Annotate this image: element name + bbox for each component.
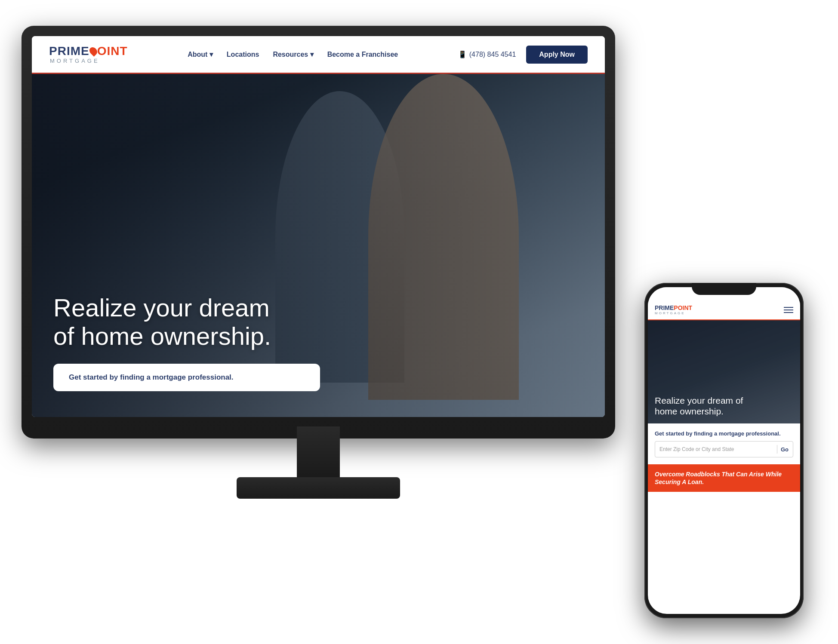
phone-logo-prime: PRIME	[655, 304, 674, 311]
hamburger-line-1	[784, 307, 793, 308]
logo-prime-text: PRIME	[49, 45, 89, 57]
phone-number: 📱 (478) 845 4541	[458, 50, 516, 58]
website-header: PRIME OINT MORTGAGE About ▾ Locations Re…	[32, 36, 605, 74]
phone-logo-top: PRIMEPOINT	[655, 304, 692, 311]
monitor-base	[237, 477, 400, 499]
nav-franchisee[interactable]: Become a Franchisee	[327, 51, 398, 58]
phone-logo-point: POINT	[674, 304, 692, 311]
phone-device: PRIMEPOINT MORTGAGE Realize your dream o…	[644, 283, 804, 618]
search-label: Get started by finding a mortgage profes…	[69, 373, 305, 382]
phone-logo-mortgage: MORTGAGE	[655, 311, 692, 315]
hamburger-line-3	[784, 312, 793, 313]
monitor-neck	[297, 426, 340, 478]
phone-notch	[692, 283, 756, 295]
nav-locations[interactable]: Locations	[227, 51, 259, 58]
phone-promo-banner: Overcome Roadblocks That Can Arise While…	[648, 464, 800, 492]
nav-resources[interactable]: Resources ▾	[273, 50, 313, 58]
phone-hero-line1: Realize your dream of	[655, 396, 743, 405]
hero-content: Realize your dream of home ownership. Ge…	[32, 294, 605, 400]
search-box: Get started by finding a mortgage profes…	[53, 364, 320, 391]
phone-icon: 📱	[458, 50, 467, 58]
hero-title-line1: Realize your dream	[53, 294, 270, 322]
phone-input-divider	[777, 445, 777, 454]
header-right: 📱 (478) 845 4541 Apply Now	[458, 46, 588, 64]
hero-section: Realize your dream of home ownership. Ge…	[32, 74, 605, 417]
hamburger-line-2	[784, 310, 793, 310]
hamburger-menu-button[interactable]	[784, 307, 793, 313]
monitor-device: PRIME OINT MORTGAGE About ▾ Locations Re…	[22, 26, 615, 542]
phone-logo: PRIMEPOINT MORTGAGE	[655, 304, 692, 315]
phone-go-button[interactable]: Go	[781, 446, 789, 453]
phone-search-label: Get started by finding a mortgage profes…	[655, 430, 793, 437]
main-nav: About ▾ Locations Resources ▾ Become a F…	[188, 50, 398, 58]
phone-number-text: (478) 845 4541	[469, 51, 516, 58]
logo: PRIME OINT MORTGAGE	[49, 45, 128, 64]
apply-now-button[interactable]: Apply Now	[526, 46, 588, 64]
page-scene: PRIME OINT MORTGAGE About ▾ Locations Re…	[0, 0, 838, 644]
logo-top: PRIME OINT	[49, 45, 128, 57]
phone-hero: Realize your dream of home ownership.	[648, 320, 800, 423]
hero-title: Realize your dream of home ownership.	[53, 294, 311, 351]
phone-screen: PRIMEPOINT MORTGAGE Realize your dream o…	[648, 287, 800, 614]
phone-input-placeholder: Enter Zip Code or City and State	[659, 446, 773, 452]
phone-search-box: Get started by finding a mortgage profes…	[648, 423, 800, 464]
phone-hero-line2: home ownership.	[655, 406, 724, 416]
monitor-frame: PRIME OINT MORTGAGE About ▾ Locations Re…	[22, 26, 615, 439]
monitor-screen: PRIME OINT MORTGAGE About ▾ Locations Re…	[32, 36, 605, 417]
nav-about[interactable]: About ▾	[188, 50, 213, 58]
phone-hero-title: Realize your dream of home ownership.	[655, 395, 743, 417]
hero-title-line2: of home ownership.	[53, 322, 271, 350]
phone-search-input-row[interactable]: Enter Zip Code or City and State Go	[655, 441, 793, 457]
logo-point-text: OINT	[97, 45, 128, 57]
phone-promo-text: Overcome Roadblocks That Can Arise While…	[655, 470, 793, 486]
logo-mortgage-text: MORTGAGE	[49, 58, 128, 64]
